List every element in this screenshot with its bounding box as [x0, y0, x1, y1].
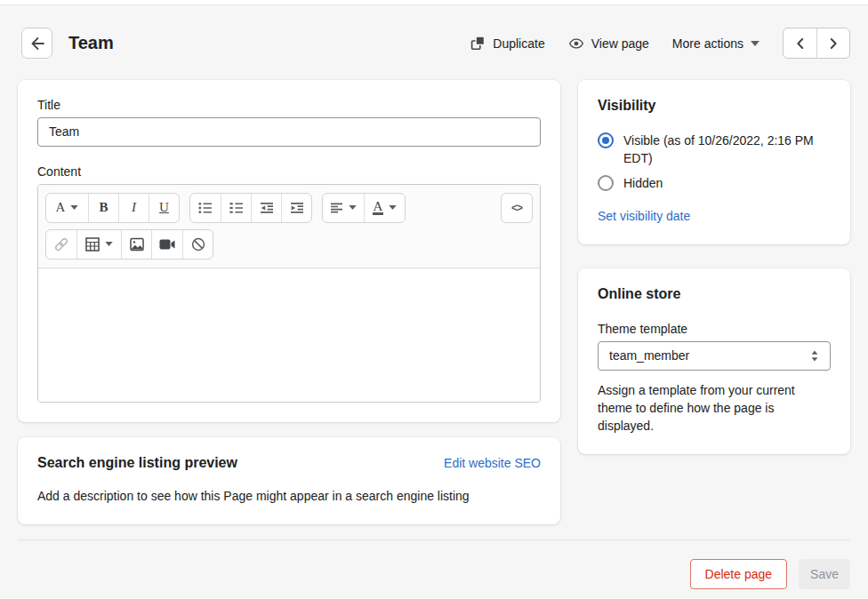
main-column: Title Content A B — [18, 80, 560, 524]
link-icon — [53, 236, 69, 252]
duplicate-label: Duplicate — [493, 36, 544, 51]
insert-group — [45, 229, 213, 260]
pagination-control — [783, 28, 850, 59]
content-editor-area[interactable] — [38, 268, 540, 402]
seo-description-text: Add a description to see how this Page m… — [37, 489, 541, 503]
duplicate-button[interactable]: Duplicate — [470, 36, 544, 51]
align-color-group: A — [322, 193, 406, 223]
visibility-heading: Visibility — [598, 98, 831, 114]
list-indent-group — [189, 193, 312, 223]
radio-selected-icon[interactable] — [598, 132, 614, 148]
next-page-button[interactable] — [816, 28, 849, 58]
italic-icon: I — [132, 200, 136, 215]
page-details-card: Title Content A B — [18, 80, 560, 422]
more-actions-label: More actions — [672, 36, 743, 51]
chevron-left-icon — [796, 38, 805, 49]
indent-button[interactable] — [281, 194, 311, 222]
bulleted-list-button[interactable] — [190, 194, 221, 222]
rich-text-editor: A B I U — [37, 184, 541, 403]
bold-button[interactable]: B — [88, 194, 118, 222]
sidebar-column: Visibility Visible (as of 10/26/2022, 2:… — [578, 80, 850, 454]
seo-card-heading: Search engine listing preview — [37, 455, 237, 471]
bold-icon: B — [99, 200, 108, 215]
select-updown-icon — [810, 350, 819, 362]
seo-preview-card: Search engine listing preview Edit websi… — [18, 437, 560, 524]
theme-template-help-text: Assign a template from your current them… — [598, 381, 831, 435]
duplicate-icon — [470, 36, 486, 51]
save-button[interactable]: Save — [799, 559, 850, 589]
show-html-button[interactable]: <> — [502, 194, 532, 222]
theme-template-label: Theme template — [598, 322, 831, 336]
set-visibility-date-link[interactable]: Set visibility date — [598, 209, 690, 223]
indent-icon — [290, 202, 304, 214]
visibility-option-visible[interactable]: Visible (as of 10/26/2022, 2:16 PM EDT) — [598, 132, 831, 167]
insert-video-button[interactable] — [151, 230, 182, 259]
delete-page-button[interactable]: Delete page — [690, 559, 788, 589]
page-header: Team Duplicate View page More actions — [0, 5, 868, 80]
italic-button[interactable]: I — [118, 194, 149, 222]
align-left-icon — [330, 203, 343, 213]
caret-down-icon — [389, 205, 397, 210]
view-page-button[interactable]: View page — [568, 36, 649, 52]
bulleted-list-icon — [198, 202, 213, 214]
title-label: Title — [37, 98, 541, 112]
edit-website-seo-link[interactable]: Edit website SEO — [444, 456, 541, 470]
caret-down-icon — [751, 41, 760, 46]
caret-down-icon — [349, 205, 357, 210]
visibility-options: Visible (as of 10/26/2022, 2:16 PM EDT) … — [598, 132, 831, 192]
code-icon: <> — [511, 202, 522, 214]
visibility-card: Visibility Visible (as of 10/26/2022, 2:… — [578, 80, 850, 244]
insert-image-button[interactable] — [121, 230, 151, 259]
underline-icon: U — [159, 200, 169, 215]
editor-toolbar: A B I U — [38, 185, 540, 268]
page-footer: Delete page Save — [18, 539, 850, 589]
more-actions-button[interactable]: More actions — [672, 36, 760, 51]
back-button[interactable] — [21, 28, 52, 59]
toolbar-row-2 — [45, 229, 533, 260]
text-color-icon: A — [373, 200, 384, 215]
text-color-button[interactable]: A — [364, 194, 405, 222]
underline-button[interactable]: U — [149, 194, 179, 222]
video-icon — [159, 239, 175, 250]
image-icon — [130, 237, 144, 252]
content-label: Content — [37, 164, 541, 179]
alignment-button[interactable] — [323, 194, 364, 222]
paragraph-style-button[interactable]: A — [46, 194, 88, 222]
chevron-right-icon — [829, 38, 838, 49]
online-store-heading: Online store — [598, 286, 831, 302]
outdent-button[interactable] — [251, 194, 281, 222]
caret-down-icon — [105, 242, 113, 246]
eye-icon — [568, 36, 584, 52]
page-content: Title Content A B — [0, 80, 868, 524]
font-style-icon: A — [56, 200, 66, 215]
previous-page-button[interactable] — [784, 28, 816, 58]
online-store-card: Online store Theme template team_member … — [578, 268, 850, 454]
title-input[interactable] — [37, 117, 541, 147]
code-group: <> — [501, 193, 533, 223]
numbered-list-icon — [229, 202, 244, 214]
text-style-group: A B I U — [45, 193, 180, 223]
theme-template-value: team_member — [609, 348, 689, 363]
visible-option-label: Visible (as of 10/26/2022, 2:16 PM EDT) — [623, 132, 831, 167]
clear-formatting-button[interactable] — [182, 230, 213, 259]
arrow-left-icon — [28, 35, 46, 52]
clear-formatting-icon — [191, 237, 205, 252]
outdent-icon — [260, 202, 274, 214]
table-icon — [85, 237, 100, 252]
caret-down-icon — [70, 205, 78, 210]
seo-card-header: Search engine listing preview Edit websi… — [37, 455, 541, 471]
theme-template-select[interactable]: team_member — [598, 341, 831, 371]
toolbar-row-1: A B I U — [45, 193, 533, 223]
insert-link-button[interactable] — [46, 230, 76, 259]
insert-table-button[interactable] — [76, 230, 121, 259]
view-page-label: View page — [591, 36, 649, 51]
page-title: Team — [68, 33, 114, 53]
header-actions: Duplicate View page More actions — [470, 28, 850, 59]
visibility-option-hidden[interactable]: Hidden — [598, 174, 831, 192]
radio-unselected-icon[interactable] — [598, 175, 614, 191]
hidden-option-label: Hidden — [623, 174, 663, 192]
numbered-list-button[interactable] — [221, 194, 251, 222]
